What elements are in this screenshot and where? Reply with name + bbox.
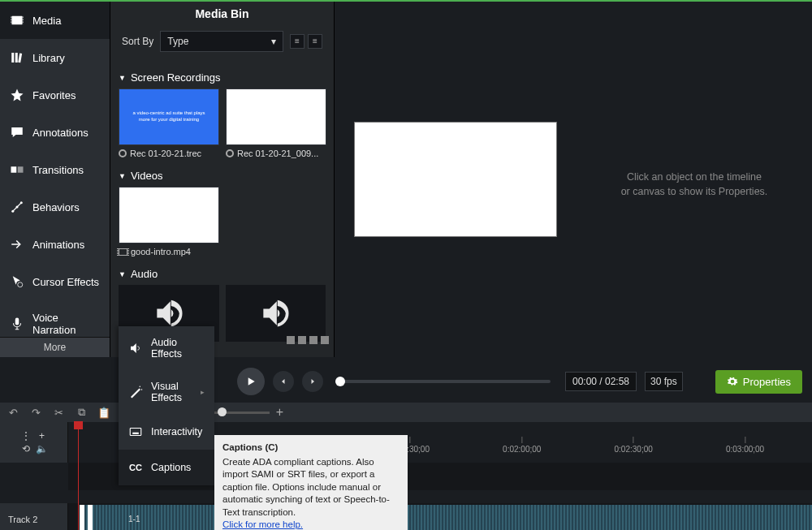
zoom-in-button[interactable]: + <box>276 405 283 420</box>
recording-icon <box>119 149 127 157</box>
sidebar-item-cursor-effects[interactable]: Cursor Effects <box>0 263 110 300</box>
playback-scrubber[interactable] <box>338 380 551 383</box>
annotations-icon <box>10 125 24 140</box>
microphone-icon <box>10 317 24 331</box>
sidebar-item-library[interactable]: Library <box>0 39 110 76</box>
thumbnail <box>226 88 326 145</box>
svg-rect-5 <box>11 22 12 24</box>
tooltip-help-link[interactable]: Click for more help. <box>222 519 303 529</box>
cursor-icon <box>10 274 24 289</box>
prev-frame-button[interactable] <box>273 371 294 392</box>
zoom-slider[interactable] <box>213 412 270 414</box>
svg-rect-4 <box>11 19 12 21</box>
svg-rect-21 <box>130 429 141 436</box>
svg-rect-3 <box>11 17 12 19</box>
submenu-visual-effects[interactable]: Visual Effects▸ <box>119 370 214 414</box>
captions-icon: CC <box>128 460 143 475</box>
sort-desc-button[interactable]: ≡ <box>308 34 322 49</box>
chevron-down-icon: ▾ <box>271 36 276 47</box>
sidebar-item-media[interactable]: Media <box>0 2 110 39</box>
svg-point-19 <box>140 386 141 388</box>
recording-icon <box>226 149 234 157</box>
playback-time: 00:00 / 02:58 <box>565 372 637 391</box>
sidebar-item-favorites[interactable]: Favorites <box>0 76 110 114</box>
interactivity-icon <box>128 424 143 439</box>
svg-rect-9 <box>11 53 14 62</box>
svg-rect-11 <box>18 54 22 63</box>
library-icon <box>10 50 24 65</box>
scrubber-knob[interactable] <box>335 377 345 386</box>
media-item[interactable]: good-intro.mp4 <box>119 187 219 256</box>
copy-button[interactable]: ⧉ <box>75 406 88 419</box>
transitions-icon <box>10 162 24 177</box>
sidebar-more-button[interactable]: More <box>0 337 110 357</box>
next-frame-button[interactable] <box>302 371 323 392</box>
submenu-captions[interactable]: CC Captions <box>119 450 214 485</box>
add-track-button[interactable]: + <box>37 430 48 442</box>
playhead[interactable] <box>78 422 79 530</box>
section-screen-recordings[interactable]: ▼Screen Recordings <box>119 71 326 84</box>
more-submenu: Audio Effects Visual Effects▸ Interactiv… <box>119 326 214 485</box>
sort-by-value: Type <box>167 36 188 47</box>
triangle-down-icon: ▼ <box>119 172 126 180</box>
zoom-knob[interactable] <box>218 407 227 416</box>
thumbnail <box>119 187 219 243</box>
preview-canvas[interactable] <box>354 122 557 237</box>
undo-button[interactable]: ↶ <box>6 407 19 419</box>
fps-display[interactable]: 30 fps <box>645 372 683 391</box>
triangle-down-icon: ▼ <box>119 74 126 82</box>
svg-rect-0 <box>11 16 23 25</box>
media-item[interactable] <box>226 285 326 342</box>
svg-rect-8 <box>23 22 24 24</box>
track-lock-button[interactable]: ⟲ <box>20 443 32 455</box>
thumbnail: a video-centric ad suite that plays more… <box>119 88 219 145</box>
track-mute-button[interactable]: 🔈 <box>37 443 48 455</box>
wand-icon <box>128 385 143 399</box>
sidebar-label: Behaviors <box>32 201 80 213</box>
sidebar-item-annotations[interactable]: Annotations <box>0 114 110 151</box>
sort-row: Sort By Type ▾ ≡ ≡ <box>110 26 334 57</box>
sidebar-label: Voice Narration <box>32 312 100 336</box>
paste-button[interactable]: 📋 <box>97 407 110 419</box>
cut-button[interactable]: ✂ <box>52 407 65 419</box>
svg-rect-13 <box>18 166 24 173</box>
track-menu-button[interactable]: ⋮ <box>20 430 32 442</box>
svg-rect-10 <box>15 53 18 62</box>
redo-button[interactable]: ↷ <box>29 407 42 419</box>
sidebar-item-transitions[interactable]: Transitions <box>0 151 110 188</box>
track-header-2[interactable]: Track 2 <box>0 503 68 530</box>
svg-rect-6 <box>23 17 24 19</box>
tooltip-title: Captions (C) <box>222 442 400 455</box>
animations-icon <box>10 237 24 252</box>
section-audio[interactable]: ▼Audio <box>119 268 326 280</box>
submenu-interactivity[interactable]: Interactivity <box>119 414 214 450</box>
media-item[interactable]: Rec 01-20-21_009... <box>226 88 326 158</box>
track-lane-2[interactable]: 1-1 <box>68 503 812 530</box>
play-button[interactable] <box>237 368 265 395</box>
sidebar-item-behaviors[interactable]: Behaviors <box>0 188 110 226</box>
submenu-audio-effects[interactable]: Audio Effects <box>119 326 214 370</box>
waveform <box>80 505 812 530</box>
sidebar-label: Cursor Effects <box>32 276 99 288</box>
media-item[interactable]: a video-centric ad suite that plays more… <box>119 88 219 158</box>
sidebar-label: Animations <box>32 239 84 251</box>
canvas-area: Click an object on the timeline or canva… <box>335 2 812 357</box>
properties-button[interactable]: Properties <box>715 370 802 394</box>
audio-clip[interactable]: 1-1 <box>80 505 812 530</box>
svg-rect-12 <box>11 166 17 173</box>
sort-asc-button[interactable]: ≡ <box>290 34 304 49</box>
clip-label: 1-1 <box>128 515 140 524</box>
media-bin-panel: Media Bin Sort By Type ▾ ≡ ≡ ▼Screen Rec… <box>110 2 335 357</box>
sidebar-item-animations[interactable]: Animations <box>0 226 110 263</box>
playback-bar: 00:00 / 02:58 30 fps Properties <box>214 364 812 399</box>
svg-point-20 <box>141 389 143 390</box>
svg-point-17 <box>18 282 23 287</box>
section-videos[interactable]: ▼Videos <box>119 170 326 182</box>
svg-rect-22 <box>132 433 139 434</box>
chevron-right-icon: ▸ <box>201 388 205 396</box>
clip-handle-left-2[interactable] <box>88 505 93 530</box>
media-bin-view-buttons[interactable] <box>287 336 329 344</box>
clip-handle-left[interactable] <box>80 505 84 530</box>
sidebar-label: Transitions <box>32 164 84 176</box>
sort-by-select[interactable]: Type ▾ <box>160 31 283 52</box>
